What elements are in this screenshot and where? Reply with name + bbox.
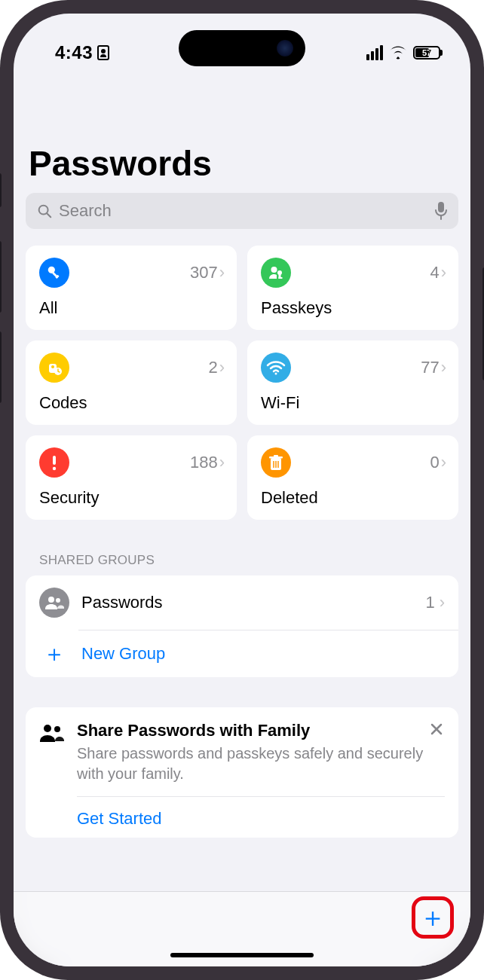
- tile-security-label: Security: [39, 488, 223, 508]
- silent-switch: [0, 173, 2, 207]
- promo-title: Share Passwords with Family: [77, 721, 445, 740]
- tile-passkeys-label: Passkeys: [261, 298, 445, 318]
- device-frame: 4:43 57 Passwords: [0, 0, 484, 980]
- volume-up-button: [0, 241, 2, 313]
- highlight-ring: [412, 896, 454, 939]
- tile-all-count: 307: [190, 263, 218, 282]
- plus-icon: ＋: [39, 643, 69, 665]
- status-time: 4:43: [55, 42, 93, 63]
- alert-icon: [39, 447, 69, 478]
- tile-wifi-label: Wi-Fi: [261, 393, 445, 413]
- category-grid: 307› All 4› Passkeys: [26, 246, 458, 520]
- add-password-button[interactable]: ＋: [412, 896, 454, 939]
- new-group-button[interactable]: ＋ New Group: [26, 630, 458, 677]
- tile-wifi-count: 77: [421, 358, 439, 377]
- chevron-right-icon: ›: [219, 263, 225, 282]
- get-started-button[interactable]: Get Started: [39, 797, 445, 838]
- chevron-right-icon: ›: [219, 453, 225, 472]
- trash-icon: [261, 447, 291, 478]
- tile-deleted[interactable]: 0› Deleted: [247, 435, 458, 520]
- svg-point-7: [271, 267, 277, 273]
- page-title: Passwords: [26, 143, 458, 184]
- svg-rect-19: [274, 455, 278, 457]
- tile-codes-label: Codes: [39, 393, 223, 413]
- svg-point-23: [48, 597, 54, 603]
- key-icon: [39, 258, 69, 288]
- battery-level: 57: [422, 48, 431, 57]
- status-left: 4:43: [55, 42, 109, 63]
- svg-rect-2: [438, 202, 444, 212]
- cellular-icon: [366, 45, 383, 60]
- svg-point-14: [275, 373, 277, 375]
- tile-deleted-count: 0: [430, 453, 439, 472]
- screen: 4:43 57 Passwords: [14, 14, 470, 966]
- tile-all-label: All: [39, 298, 223, 318]
- chevron-right-icon: ›: [441, 453, 446, 472]
- status-right: 57: [366, 45, 440, 60]
- tile-all[interactable]: 307› All: [26, 246, 237, 330]
- content-area: Passwords 307› A: [14, 74, 470, 966]
- svg-point-4: [48, 267, 55, 273]
- search-icon: [36, 203, 53, 219]
- svg-point-28: [54, 726, 60, 732]
- svg-point-24: [56, 598, 60, 603]
- group-count: 1: [425, 593, 434, 612]
- svg-point-27: [44, 725, 51, 732]
- family-icon: [39, 721, 65, 784]
- tile-wifi[interactable]: 77› Wi-Fi: [247, 340, 458, 425]
- chevron-right-icon: ›: [441, 358, 446, 377]
- group-name: Passwords: [81, 593, 413, 612]
- tile-deleted-label: Deleted: [261, 488, 445, 508]
- close-icon[interactable]: [430, 722, 443, 736]
- wifi-icon: [389, 46, 407, 60]
- shared-groups-header: SHARED GROUPS: [26, 553, 458, 568]
- home-indicator[interactable]: [170, 953, 314, 957]
- codes-icon: [39, 353, 69, 383]
- search-field[interactable]: [26, 193, 458, 229]
- tile-codes-count: 2: [208, 358, 217, 377]
- tile-passkeys[interactable]: 4› Passkeys: [247, 246, 458, 330]
- tile-codes[interactable]: 2› Codes: [26, 340, 237, 425]
- promo-subtitle: Share passwords and passkeys safely and …: [77, 743, 445, 784]
- group-row-passwords[interactable]: Passwords 1›: [26, 575, 458, 630]
- chevron-right-icon: ›: [440, 593, 445, 612]
- passkey-icon: [261, 258, 291, 288]
- svg-rect-15: [53, 456, 56, 465]
- toolbar: ＋: [14, 891, 470, 966]
- chevron-right-icon: ›: [219, 358, 225, 377]
- svg-point-16: [53, 467, 56, 470]
- mic-icon[interactable]: [434, 201, 448, 221]
- family-share-promo: Share Passwords with Family Share passwo…: [26, 707, 458, 838]
- svg-point-12: [51, 365, 54, 368]
- shared-groups-list: Passwords 1› ＋ New Group: [26, 575, 458, 677]
- wifi-tile-icon: [261, 353, 291, 383]
- svg-line-1: [47, 213, 51, 217]
- tile-security[interactable]: 188› Security: [26, 435, 237, 520]
- volume-down-button: [0, 331, 2, 403]
- tile-security-count: 188: [190, 453, 218, 472]
- new-group-label: New Group: [81, 644, 445, 664]
- dynamic-island: [179, 30, 305, 66]
- search-input[interactable]: [59, 201, 434, 221]
- battery-icon: 57: [413, 46, 440, 60]
- svg-rect-10: [279, 277, 283, 279]
- group-icon: [39, 588, 69, 618]
- id-badge-icon: [97, 45, 109, 60]
- chevron-right-icon: ›: [441, 263, 446, 282]
- tile-passkeys-count: 4: [430, 263, 439, 282]
